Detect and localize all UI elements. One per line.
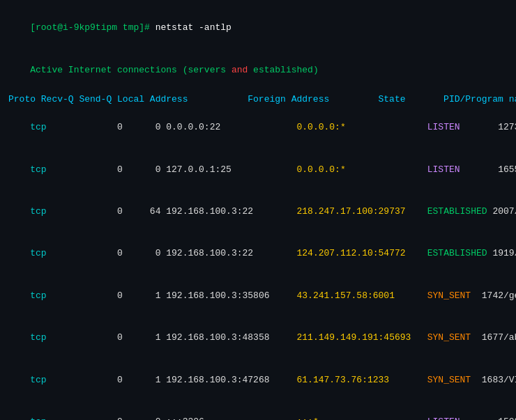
header-and-text: and (232, 65, 248, 75)
table-row: tcp 0 64 192.168.100.3:22 218.247.17.100… (8, 191, 508, 233)
active-connections-header: Active Internet connections (servers and… (8, 49, 508, 92)
netstat-command-line: [root@i-9kp9tipm tmp]# netstat -antlp (8, 7, 508, 49)
prompt-1: [root@i-9kp9tipm tmp]# (30, 22, 155, 33)
terminal-section-1: [root@i-9kp9tipm tmp]# netstat -antlp Ac… (0, 0, 516, 420)
column-headers: Proto Recv-Q Send-Q Local Address Foreig… (8, 93, 508, 107)
header-active-text: Active Internet connections (servers (30, 65, 232, 75)
netstat-cmd: netstat -antlp (155, 22, 232, 33)
table-row: tcp 0 0 0.0.0.0:22 0.0.0.0:* LISTEN 1273… (8, 107, 508, 148)
table-row: tcp 0 0 192.168.100.3:22 124.207.112.10:… (8, 233, 508, 274)
table-row: tcp 0 1 192.168.100.3:48358 211.149.149.… (8, 317, 508, 359)
table-row: tcp 0 1 192.168.100.3:47268 61.147.73.76… (8, 359, 508, 400)
table-row: tcp 0 0 :::3306 :::* LISTEN 1508/mysqld (8, 401, 508, 420)
header-established-text: established) (248, 65, 318, 75)
table-row: tcp 0 1 192.168.100.3:35806 43.241.157.5… (8, 275, 508, 317)
table-row: tcp 0 0 127.0.0.1:25 0.0.0.0:* LISTEN 16… (8, 148, 508, 190)
